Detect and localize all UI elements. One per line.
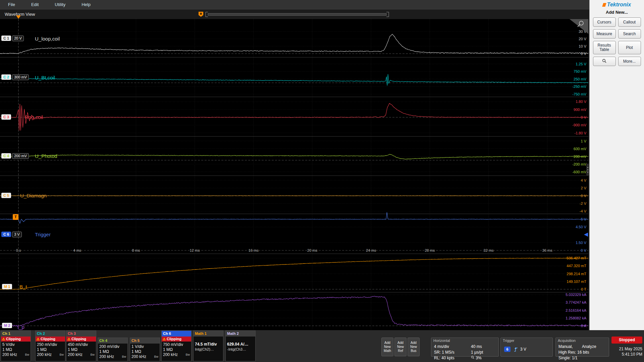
channel-badge-c2[interactable]: C 2 <box>1 74 11 80</box>
channel-box-row: 750 mV/div <box>163 342 190 347</box>
tick-label-m2: 5.032329 kA <box>566 293 586 297</box>
channel-box-ch6[interactable]: Ch 6⚠Clipping750 mV/div1 MΩ200 kHzBw <box>161 330 192 361</box>
magnifier-icon-zoom-button[interactable] <box>593 57 616 66</box>
trigger-source-badge[interactable]: T <box>13 214 18 220</box>
channel-name-c6: Trigger <box>35 232 51 237</box>
channel-box-ch1[interactable]: Ch 1⚠Clipping5 V/div1 MΩ200 kHzBw <box>1 330 31 361</box>
channel-box-math1[interactable]: Math 174.5 mT/divIntg(Ch2)… <box>193 330 223 361</box>
channel-box-ch3[interactable]: Ch 3⚠Clipping450 mV/div1 MΩ200 kHzBw <box>66 330 96 361</box>
channel-box-row: 200 kHzBw <box>131 354 158 359</box>
channel-box-tab-math2[interactable]: Math 2 <box>226 331 255 337</box>
callout-button[interactable]: Callout <box>618 17 641 27</box>
channel-name-c5: U_Diamagn <box>20 193 47 198</box>
channel-name-c1: U_loop,coil <box>35 36 60 42</box>
channel-handle-c4[interactable]: C 4200 mV <box>1 153 29 159</box>
more-button[interactable]: More... <box>618 57 641 66</box>
tick-label-c1: 20 V <box>579 37 586 41</box>
channel-badge-c1[interactable]: C 1 <box>1 36 11 41</box>
menu-edit[interactable]: Edit <box>23 0 47 9</box>
channel-scale-badge-c2[interactable]: 300 mV <box>12 74 29 80</box>
channel-box-tab-math1[interactable]: Math 1 <box>194 331 223 337</box>
channel-badge-m2[interactable]: M 2 <box>2 323 12 328</box>
tick-label-c3: -900 mV <box>572 123 586 127</box>
channel-box-tab-ch6[interactable]: Ch 6 <box>162 331 191 337</box>
channel-box-ch5[interactable]: Ch 51 V/div1 MΩ200 kHzBw <box>130 338 160 361</box>
trigger-level: 3 V <box>520 347 526 352</box>
waveform-plot[interactable]: 30 V20 V10 V0 V1.25 V750 mV250 mV-250 mV… <box>0 19 588 330</box>
time-tick-label: 20 ms <box>307 248 317 252</box>
channel-handle-c2[interactable]: C 2300 mV <box>1 74 29 80</box>
add-new-button[interactable]: Add New... <box>590 8 644 17</box>
tick-label-m1: 149.107 mT <box>567 280 586 284</box>
tektronix-logo: Tektronix <box>590 0 644 8</box>
add-new-ref-button[interactable]: AddNewRef <box>394 338 407 356</box>
zoom-overview-bar[interactable] <box>198 11 394 18</box>
tick-label-m2: 2.516164 kA <box>566 308 586 312</box>
channel-name-m2: I_p <box>17 324 24 330</box>
channel-badge-c3[interactable]: C 3 <box>1 114 11 120</box>
trigger-slope-icon <box>514 347 518 352</box>
channel-name-c3: Rog,coil <box>25 114 43 120</box>
tick-label-c6: 0 V <box>581 248 586 252</box>
channel-box-ch2[interactable]: Ch 2⚠Clipping250 mV/div1 MΩ200 kHzBw <box>35 330 65 361</box>
record-view-track[interactable] <box>208 13 386 15</box>
menu-utility[interactable]: Utility <box>47 0 73 9</box>
channel-box-ch4[interactable]: Ch 4200 mV/div1 MΩ200 kHzBw <box>98 338 128 361</box>
bandwidth-icon: Bw <box>59 352 64 357</box>
tick-label-c2: -750 mV <box>572 92 586 96</box>
channel-badge-c6[interactable]: C 6 <box>1 232 11 237</box>
channel-box-tab-ch5[interactable]: Ch 5 <box>130 338 160 344</box>
clipping-warning-ch1: ⚠Clipping <box>1 337 31 342</box>
channel-box-tab-ch2[interactable]: Ch 2 <box>36 331 65 337</box>
channel-box-row: 5 V/div <box>2 342 29 347</box>
horizontal-panel[interactable]: Horizontal 4 ms/div40 msSR: 1 MS/s1 µs/p… <box>431 338 499 357</box>
trigger-panel[interactable]: Trigger 6 3 V <box>500 338 553 357</box>
channel-box-row: 200 kHzBw <box>37 352 64 357</box>
search-button[interactable]: Search <box>618 29 641 39</box>
channel-box-math2[interactable]: Math 2629.04 A/…-Intg(Ch3… <box>225 330 256 361</box>
panel-grip[interactable] <box>586 164 589 176</box>
time-tick-label: 8 ms <box>132 248 140 252</box>
channel-box-tab-ch1[interactable]: Ch 1 <box>1 331 31 337</box>
bandwidth-icon: Bw <box>122 354 126 359</box>
time-tick-label: 28 ms <box>425 248 435 252</box>
channel-handle-m1[interactable]: M 1 <box>2 284 12 290</box>
channel-handle-c3[interactable]: C 3 <box>1 114 11 120</box>
run-state-badge[interactable]: Stopped <box>611 337 642 344</box>
time-tick-label: 16 ms <box>249 248 259 252</box>
plot-button[interactable]: Plot <box>618 41 641 54</box>
tick-label-c5: 4 V <box>581 178 586 182</box>
waveform-canvas[interactable]: 30 V20 V10 V0 V1.25 V750 mV250 mV-250 mV… <box>0 19 588 330</box>
results-table-button[interactable]: Results Table <box>593 41 616 54</box>
add-new-math-button[interactable]: AddNewMath <box>381 338 393 356</box>
channel-handle-c6[interactable]: C 63 V <box>1 231 22 237</box>
menu-file[interactable]: File <box>0 0 23 9</box>
tick-label-c6: 6 V <box>581 217 586 221</box>
acquisition-panel[interactable]: Acquisition Manual, Analyze High Res: 16… <box>555 338 609 357</box>
channel-box-row: 1 MΩ <box>163 347 190 352</box>
channel-scale-badge-c1[interactable]: 20 V <box>12 36 24 41</box>
add-new-bus-button[interactable]: AddNewBus <box>408 338 420 356</box>
channel-scale-badge-c4[interactable]: 200 mV <box>12 153 29 159</box>
tektronix-logo-mark-icon <box>602 3 606 7</box>
channel-handle-m2[interactable]: M 2 <box>2 322 12 328</box>
tick-label-c5: 0 V <box>581 194 586 198</box>
measure-button[interactable]: Measure <box>593 29 616 39</box>
channel-scale-badge-c6[interactable]: 3 V <box>12 232 22 237</box>
channel-badge-c5[interactable]: C 5 <box>1 193 11 198</box>
channel-badge-c4[interactable]: C 4 <box>1 153 11 159</box>
horizontal-title: Horizontal <box>433 339 450 343</box>
cursors-button[interactable]: Cursors <box>593 17 616 27</box>
record-view-left-bracket <box>206 12 208 17</box>
trigger-position-marker[interactable] <box>16 15 21 19</box>
record-view-right-bracket <box>386 12 389 17</box>
channel-box-tab-ch3[interactable]: Ch 3 <box>66 331 96 337</box>
tick-label-c4: -200 mV <box>572 162 586 166</box>
channel-box-tab-ch4[interactable]: Ch 4 <box>98 338 127 344</box>
menu-help[interactable]: Help <box>73 0 99 9</box>
channel-handle-c5[interactable]: C 5 <box>1 192 11 198</box>
tick-label-c2: -250 mV <box>572 84 586 88</box>
channel-badge-m1[interactable]: M 1 <box>2 284 12 289</box>
channel-handle-c1[interactable]: C 120 V <box>1 35 24 41</box>
time-tick-label: 4 ms <box>73 248 81 252</box>
